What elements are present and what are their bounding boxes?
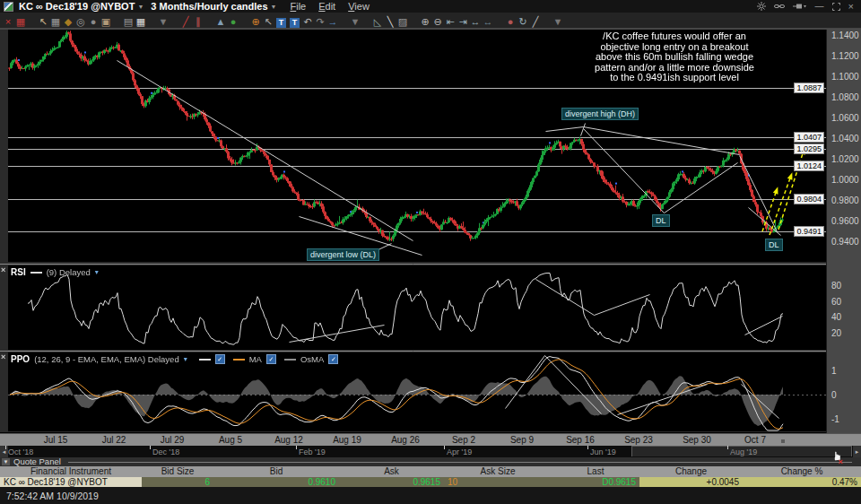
pencil-icon[interactable]: ╱ [179, 14, 192, 29]
select-cursor-icon[interactable]: ↖ [262, 14, 274, 29]
bar-spacing-left-icon[interactable]: ⇤ [444, 14, 457, 29]
chart-type-dropdown-icon[interactable]: ▼ [157, 14, 170, 29]
minimize-icon[interactable]: — [815, 2, 824, 11]
note-tool-icon[interactable]: T [290, 18, 300, 28]
trendline-tool-icon[interactable]: ╲ [384, 14, 396, 29]
ruler-icon[interactable]: ◺ [371, 14, 384, 29]
price-axis-label: 1.0400 [827, 134, 861, 143]
dot-tool-icon[interactable]: ● [227, 14, 239, 29]
app-icon [4, 2, 13, 12]
crosshair-icon[interactable]: ⊕ [249, 14, 262, 29]
hatch-tool-icon[interactable]: ▨ [396, 14, 409, 29]
draw-dropdown-icon[interactable]: ▼ [349, 14, 361, 29]
quote-ask-size: 10 [444, 477, 552, 487]
ellipse-tool-icon[interactable]: ● [87, 14, 100, 29]
divergent-low-label[interactable]: divergent low (DL) [307, 248, 379, 261]
settings-gear-icon[interactable] [757, 2, 766, 11]
ppo-osma-checkbox[interactable]: ✓ [328, 354, 338, 364]
cursor-icon[interactable]: ↖ [37, 14, 49, 29]
timeframe-title[interactable]: 3 Months/Hourly candles [151, 1, 267, 12]
scroll-left-icon[interactable]: ◂ [0, 446, 8, 457]
quote-panel-rule [68, 462, 852, 463]
scrollbar-tick [587, 446, 588, 449]
bar-spacing-right-icon[interactable]: ⇥ [457, 14, 469, 29]
ppo-line-checkbox[interactable]: ✓ [215, 354, 225, 364]
drawing-toolbar: ×▦↖▦◆◎●▣▤▦▼╱∥▲●⊕↖TT↶↷→▼◺╲▨⊕⊖⇤⇥↔↔●↻╱▼ [0, 13, 861, 29]
compress-bars-icon[interactable]: ↔ [482, 14, 494, 29]
ppo-axis-label: -1 [827, 414, 861, 424]
candles-tool-icon[interactable]: ∥ [192, 14, 204, 29]
scroll-right-icon[interactable]: ▸ [853, 446, 861, 457]
zoom-in-icon[interactable]: ⊕ [419, 14, 431, 29]
rsi-close-icon[interactable]: × [1, 266, 8, 274]
zoom-out-icon[interactable]: ⊖ [431, 14, 444, 29]
date-axis[interactable]: Jul 15Jul 22Jul 29Aug 5Aug 12Aug 19Aug 2… [0, 433, 861, 446]
expand-bars-icon[interactable]: ↔ [469, 14, 482, 29]
col-change-pct: Change % [743, 466, 861, 477]
chart-canvas[interactable] [0, 30, 826, 432]
jump-icon[interactable]: → [326, 14, 339, 29]
scrollbar-tick [296, 446, 297, 449]
undo-icon[interactable]: ↶ [301, 14, 314, 29]
col-financial-instrument: Financial Instrument [0, 466, 142, 477]
timeframe-dropdown-icon[interactable]: ▼ [271, 4, 277, 10]
menu-edit[interactable]: Edit [318, 1, 335, 12]
col-last: Last [552, 466, 639, 477]
date-axis-marker [781, 439, 785, 443]
quote-column-headers: Financial Instrument Bid Size Bid Ask As… [0, 466, 861, 477]
themes-icon[interactable]: ● [504, 14, 517, 29]
quote-change: +0.0045 [639, 477, 743, 487]
dl-label-1[interactable]: DL [652, 214, 670, 227]
text-tool-icon[interactable]: T [276, 18, 286, 28]
grid-icon[interactable]: ▦ [49, 14, 62, 29]
quote-panel-collapse-icon[interactable]: ▼ [2, 458, 10, 465]
quote-instrument[interactable]: KC ∞ Dec18'19 @NYBOT [0, 477, 142, 487]
ppo-close-icon[interactable]: × [1, 353, 8, 361]
symbol-dropdown-icon[interactable]: ▼ [137, 4, 144, 10]
paint-bucket-icon[interactable]: ◆ [62, 14, 74, 29]
image-icon[interactable]: ▣ [100, 14, 112, 29]
date-axis-label: Sep 9 [499, 435, 545, 445]
date-axis-label: Sep 30 [674, 435, 720, 445]
layout-grid-icon[interactable]: ▦ [135, 14, 147, 29]
chart-style-icon[interactable]: ▤ [122, 14, 135, 29]
date-axis-label: Jul 22 [91, 435, 137, 445]
triangle-tool-icon[interactable]: ▲ [214, 14, 227, 29]
col-bid: Bid [213, 466, 339, 477]
quote-ask: 0.9615 [339, 477, 444, 487]
close-chart-icon[interactable]: × [2, 14, 14, 29]
toolbar-icon-group: ×▦↖▦◆◎●▣▤▦▼╱∥▲●⊕↖TT↶↷→▼◺╲▨⊕⊖⇤⇥↔↔●↻╱▼ [2, 13, 564, 29]
snap-pattern-icon[interactable]: ▦ [14, 14, 27, 29]
divergent-high-label[interactable]: divergent high (DH) [561, 108, 639, 120]
price-axis-label: 0.9400 [827, 237, 861, 247]
tools-dropdown-icon[interactable]: ▼ [552, 14, 564, 29]
link-charts-icon[interactable] [774, 3, 785, 10]
close-window-icon[interactable]: × [848, 2, 854, 11]
pin-window-icon[interactable] [793, 3, 807, 10]
quote-table-row[interactable]: KC ∞ Dec18'19 @NYBOT 6 0.9610 0.9615 10 … [0, 477, 861, 487]
scrollbar-date-label: Feb '19 [299, 448, 326, 456]
menu-view[interactable]: View [348, 1, 370, 12]
symbol-title[interactable]: KC ∞ Dec18'19 @NYBOT [19, 1, 135, 12]
ppo-ma-checkbox[interactable]: ✓ [266, 354, 276, 364]
chart-border [0, 29, 861, 30]
price-axis[interactable]: 1.14001.12001.10001.08001.06001.04001.02… [826, 30, 861, 433]
date-axis-label: Jul 29 [149, 435, 196, 445]
maximize-icon[interactable] [832, 3, 840, 11]
rsi-axis-label: 40 [827, 312, 861, 322]
date-axis-label: Aug 12 [265, 435, 312, 445]
price-axis-label: 0.9800 [827, 196, 861, 205]
wrench-icon[interactable]: ╱ [529, 14, 542, 29]
menu-file[interactable]: File [290, 1, 306, 12]
refresh-icon[interactable]: ↻ [517, 14, 529, 29]
date-axis-label: Sep 23 [615, 435, 662, 445]
quote-panel-header: ▼ Quote Panel [0, 457, 861, 466]
quote-bid-size: 6 [142, 477, 213, 487]
scrollbar-date-label: Apr '19 [447, 448, 472, 456]
dl-label-2[interactable]: DL [765, 239, 783, 251]
redo-icon[interactable]: ↷ [314, 14, 326, 29]
col-ask: Ask [339, 466, 444, 477]
zoom-region-icon[interactable]: ◎ [74, 14, 87, 29]
status-timestamp: 7:52:42 AM 10/9/2019 [6, 491, 99, 501]
quote-change-pct: 0.47% [743, 477, 861, 487]
